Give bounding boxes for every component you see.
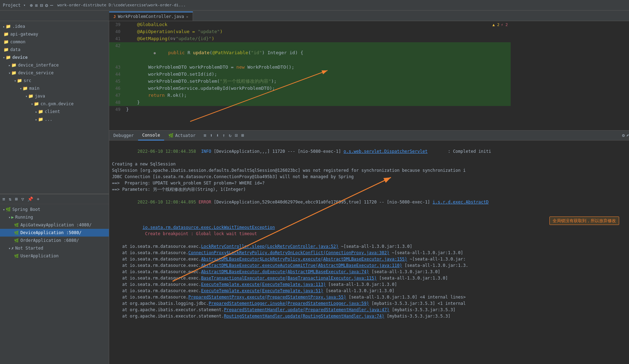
stack-line-7: at io.seata.rm.datasource.exec.ExecuteTe… <box>112 281 626 288</box>
tree-idea[interactable]: ▸ 📁 .idea <box>0 23 109 30</box>
debug-toolbar: ≡ ⇅ ⊞ ▽ 📌 + <box>0 194 109 204</box>
console-tab-strip: Debugger Console 🌿 Actuator ≡ ⬆ ⬇ ↑ ↻ ⊡ <box>109 131 629 140</box>
stack-line-3: at io.seata.rm.datasource.exec.AbstractD… <box>112 256 626 262</box>
spring-boot-label: Spring Boot <box>12 207 40 212</box>
toolbar-btn-6[interactable]: ⊡ <box>234 132 239 139</box>
error-badge: ⚡ 2 <box>501 23 508 27</box>
tab-debugger[interactable]: Debugger <box>109 131 138 140</box>
stack-line-5: at io.seata.rm.datasource.exec.AbstractD… <box>112 269 626 275</box>
right-panel: ▲ 2 ⚡ 2 39 @GlobalLock 40 @ApiOperation(… <box>109 21 629 364</box>
not-started-group[interactable]: ▾ ✗ Not Started <box>0 244 109 252</box>
tree-device-interface[interactable]: ▸ 📁 device_interface <box>0 61 109 69</box>
tab-actuator[interactable]: 🌿 Actuator <box>164 131 200 140</box>
stack-line-6: at io.seata.rm.datasource.exec.BaseTrans… <box>112 275 626 281</box>
tab-label: WorkProblemController.java <box>118 14 184 19</box>
folder-icon: 📁 <box>11 63 17 68</box>
debug-btn-pin[interactable]: 📌 <box>26 196 34 202</box>
tree-more-label: ... <box>45 117 52 122</box>
folder-icon: 📁 <box>4 47 9 52</box>
code-editor: ▲ 2 ⚡ 2 39 @GlobalLock 40 @ApiOperation(… <box>109 21 511 130</box>
tree-main[interactable]: ▾ 📁 main <box>0 84 109 92</box>
tab-close-icon[interactable]: ✕ <box>186 15 188 19</box>
spring-boot-group[interactable]: ▾ 🌿 Spring Boot <box>0 206 109 213</box>
tree-common-label: common <box>10 39 25 44</box>
lock-exception-link[interactable]: io.seata.rm.datasource.exec.LockWaitTime… <box>143 225 275 230</box>
arrow-icon: ▾ <box>14 79 16 83</box>
arrow-icon: ▾ <box>20 87 22 90</box>
toolbar-btn-2[interactable]: ⬆ <box>209 132 214 139</box>
folder-icon: 📁 <box>11 70 17 75</box>
debug-btn-filter[interactable]: ▽ <box>20 196 25 202</box>
toolbar-btn-4[interactable]: ↑ <box>222 132 226 139</box>
split-icon[interactable]: ⊟ <box>40 2 43 8</box>
exception-line-container: io.seata.rm.datasource.exec.LockWaitTime… <box>112 218 626 243</box>
stack-line-10: at org.apache.ibatis.logging.jdbc.Prepar… <box>112 300 626 307</box>
stack-line-12: at org.apache.ibatis.executor.statement.… <box>112 313 626 319</box>
folder-icon: 📁 <box>6 24 11 29</box>
console-settings-icon[interactable]: ⚙ <box>622 133 625 138</box>
stack-line-8: at io.seata.rm.datasource.exec.ExecuteTe… <box>112 288 626 294</box>
tree-data-label: data <box>10 47 20 52</box>
toolbar-btn-7[interactable]: ⊞ <box>240 132 245 139</box>
tab-console[interactable]: Console <box>138 131 164 140</box>
folder-icon: 📁 <box>6 55 11 60</box>
tree-common[interactable]: 📁 common <box>0 38 109 46</box>
toolbar-btn-1[interactable]: ≡ <box>203 132 207 139</box>
code-line-45: 45 workProblemDTO.setProblem("另一个线程修改的内容… <box>109 78 511 85</box>
console-toolbar: ≡ ⬆ ⬇ ↑ ↻ ⊡ ⊞ <box>203 132 245 139</box>
running-icon: ▶ <box>11 215 14 220</box>
not-started-label: Not Started <box>15 246 43 251</box>
code-line-41: 41 @GetMapping(⊙∨"update/{id}") <box>109 35 511 42</box>
stack-line-9: at io.seata.rm.datasource.PreparedStatem… <box>112 294 626 300</box>
toolbar-btn-5[interactable]: ↻ <box>228 132 232 139</box>
spring-icon: 🌿 <box>6 207 11 212</box>
not-started-icon: ✗ <box>11 246 14 251</box>
console-expand-icon[interactable]: ⬈ <box>626 133 629 138</box>
app-user[interactable]: 🌿 UserApplication <box>0 252 109 260</box>
list-icon[interactable]: ≡ <box>35 2 38 8</box>
tree-java[interactable]: ▾ 📁 java <box>0 92 109 100</box>
running-group[interactable]: ▾ ▶ Running <box>0 213 109 221</box>
console-line-2: Creating a new SqlSession <box>112 161 626 167</box>
stack-line-1: at io.seata.rm.datasource.exec.LockRetry… <box>112 243 626 250</box>
tree-api-gateway[interactable]: 📁 api-gateway <box>0 30 109 38</box>
code-line-48: 48 } <box>109 99 511 106</box>
settings-icon[interactable]: ⚙ <box>45 2 48 8</box>
app-device[interactable]: 🌿 DeviceApplication :5080/ <box>0 229 109 237</box>
debug-btn-grid[interactable]: ⊞ <box>14 196 19 202</box>
project-tree: ▸ 📁 .idea 📁 api-gateway 📁 common 📁 data <box>0 21 109 194</box>
tree-more[interactable]: ▸ 📁 ... <box>0 115 109 123</box>
arrow-icon: ▸ <box>35 118 37 121</box>
debug-btn-sort[interactable]: ⇅ <box>8 196 13 202</box>
toolbar-btn-3[interactable]: ⬇ <box>215 132 220 139</box>
tree-client[interactable]: ▸ 📁 client <box>0 108 109 115</box>
tree-src[interactable]: ▾ 📁 src <box>0 77 109 84</box>
tree-data[interactable]: 📁 data <box>0 46 109 54</box>
navigate-icon[interactable]: ⊕ <box>30 2 33 8</box>
app-api-gateway-label: ApiGatewayApplication :4080/ <box>20 222 92 227</box>
tree-src-label: src <box>24 78 31 83</box>
folder-icon: 📁 <box>17 78 22 83</box>
tree-device[interactable]: ▾ 📁 device <box>0 54 109 61</box>
console-header-icons: ⚙ ⬈ <box>622 133 629 138</box>
minimize-icon[interactable]: ─ <box>50 2 53 8</box>
app-api-gateway[interactable]: 🌿 ApiGatewayApplication :4080/ <box>0 221 109 229</box>
app-order[interactable]: 🌿 OrderApplication :6080/ <box>0 237 109 244</box>
code-line-40: 40 @ApiOperation(value = "update") <box>109 28 511 35</box>
debug-btn-list[interactable]: ≡ <box>1 196 6 202</box>
tree-main-label: main <box>29 86 39 91</box>
tree-device-service-label: device_service <box>18 70 54 75</box>
project-label[interactable]: Project <box>3 3 21 8</box>
code-line-46: 46 workProblemService.updateById(workPro… <box>109 85 511 92</box>
arrow-icon: ▾ <box>8 71 11 75</box>
code-line-42: 42 ● public R update(@PathVariable("id")… <box>109 42 511 64</box>
dropdown-arrow[interactable]: ▾ <box>24 3 26 7</box>
tree-device-service[interactable]: ▾ 📁 device_service <box>0 69 109 77</box>
tree-cn-gxm-device[interactable]: ▾ 📁 cn.gxm.device <box>0 100 109 108</box>
debug-btn-add[interactable]: + <box>36 196 41 202</box>
tab-workproblemcontroller[interactable]: J WorkProblemController.java ✕ <box>109 12 193 21</box>
gutter-warnings: ▲ 2 ⚡ 2 <box>492 23 508 27</box>
code-line-43: 43 WorkProblemDTO workProblemDTO = new W… <box>109 64 511 71</box>
actuator-tab-label: Actuator <box>175 133 195 138</box>
spring-arrow: ▾ <box>3 208 5 212</box>
